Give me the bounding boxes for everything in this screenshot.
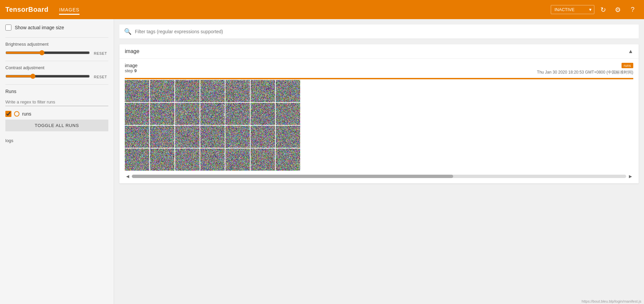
noise-grid-container (125, 80, 633, 171)
help-button[interactable]: ? (627, 4, 639, 16)
noise-cell (125, 103, 149, 125)
run-item-runs: runs (5, 111, 108, 117)
sidebar: Show actual image size Brightness adjust… (0, 19, 114, 304)
noise-cell (276, 126, 300, 148)
regex-filter-input[interactable] (5, 98, 108, 106)
noise-canvas (125, 148, 149, 171)
noise-cell (150, 80, 174, 102)
noise-cell (251, 103, 275, 125)
run-checkbox-runs[interactable] (5, 111, 11, 117)
noise-canvas (175, 126, 200, 148)
show-actual-size-row: Show actual image size (5, 25, 108, 31)
noise-cell (251, 126, 275, 148)
noise-canvas (150, 148, 174, 171)
noise-cell (225, 103, 250, 125)
noise-canvas (276, 126, 300, 148)
brightness-slider[interactable] (5, 50, 90, 55)
noise-canvas (200, 148, 225, 171)
contrast-label: Contrast adjustment (5, 65, 108, 70)
noise-canvas (276, 148, 300, 171)
noise-cell (175, 148, 200, 171)
noise-canvas (150, 126, 174, 148)
run-color-dot (14, 111, 19, 117)
image-timestamp: Thu Jan 30 2020 18:20:53 GMT+0800 (中国标准时… (537, 70, 633, 75)
status-dropdown[interactable]: INACTIVE ACTIVE (551, 5, 594, 14)
noise-canvas (251, 148, 275, 171)
contrast-slider[interactable] (5, 74, 90, 79)
refresh-button[interactable]: ↻ (597, 4, 609, 16)
app-header: TensorBoard IMAGES INACTIVE ACTIVE ▼ ↻ ⚙… (0, 0, 644, 19)
noise-canvas (251, 80, 275, 102)
runs-title: Runs (5, 89, 108, 94)
scroll-right-arrow[interactable]: ▶ (628, 173, 633, 179)
noise-canvas (251, 126, 275, 148)
settings-button[interactable]: ⚙ (612, 4, 624, 16)
noise-cell (150, 126, 174, 148)
noise-cell (276, 103, 300, 125)
noise-canvas (175, 148, 200, 171)
filter-bar: 🔍 (119, 25, 639, 39)
contrast-reset-button[interactable]: RESET (93, 74, 108, 80)
show-actual-size-checkbox[interactable] (5, 25, 11, 31)
toggle-all-runs-button[interactable]: TOGGLE ALL RUNS (5, 120, 108, 131)
noise-cell (200, 126, 225, 148)
status-bar: https://bout.bleu.blp/login/manifest.js (579, 299, 644, 304)
noise-cell (125, 148, 149, 171)
collapse-button[interactable]: ▲ (628, 48, 633, 54)
noise-canvas (175, 80, 200, 102)
noise-canvas (200, 126, 225, 148)
status-dropdown-wrapper: INACTIVE ACTIVE ▼ (551, 5, 594, 14)
header-right: INACTIVE ACTIVE ▼ ↻ ⚙ ? (551, 4, 639, 16)
noise-canvas (200, 80, 225, 102)
image-entry-title: image (125, 63, 138, 68)
noise-canvas (225, 80, 250, 102)
step-label: step (125, 68, 133, 73)
scroll-track[interactable] (132, 175, 626, 178)
runs-section: Runs runs TOGGLE ALL RUNS logs (5, 89, 108, 143)
noise-canvas (150, 103, 174, 125)
brightness-reset-button[interactable]: RESET (93, 51, 108, 56)
noise-cell (175, 103, 200, 125)
filter-input[interactable] (135, 29, 634, 34)
noise-canvas (125, 80, 149, 102)
brightness-slider-row: RESET (5, 50, 108, 57)
main-nav: IMAGES (59, 7, 79, 13)
brightness-section: Brightness adjustment RESET (5, 42, 108, 57)
contrast-slider-container (5, 74, 90, 80)
card-header: image ▲ (119, 44, 639, 59)
noise-cell (150, 103, 174, 125)
noise-cell (225, 126, 250, 148)
nav-images[interactable]: IMAGES (59, 7, 79, 15)
scroll-thumb (132, 175, 453, 178)
step-value: 9 (134, 68, 137, 73)
noise-cell (175, 126, 200, 148)
show-actual-size-label[interactable]: Show actual image size (15, 25, 64, 30)
noise-canvas (276, 80, 300, 102)
search-icon: 🔍 (124, 28, 131, 35)
image-entry-header: image step 9 runs Thu Jan 30 2020 18:20:… (125, 63, 633, 75)
image-entry-right: runs Thu Jan 30 2020 18:20:53 GMT+0800 (… (537, 63, 633, 75)
scrollbar-row: ◀ ▶ (125, 173, 633, 179)
noise-canvas (125, 126, 149, 148)
sidebar-divider-3 (5, 84, 108, 85)
noise-grid (125, 80, 299, 171)
image-entry: image step 9 runs Thu Jan 30 2020 18:20:… (119, 59, 639, 183)
scroll-left-arrow[interactable]: ◀ (125, 173, 130, 179)
main-content: 🔍 image ▲ image step 9 (114, 19, 644, 304)
logs-label: logs (5, 138, 108, 143)
app-logo: TensorBoard (5, 6, 48, 13)
noise-canvas (175, 103, 200, 125)
noise-canvas (225, 103, 250, 125)
noise-cell (200, 103, 225, 125)
noise-cell (251, 80, 275, 102)
runs-badge: runs (622, 63, 633, 68)
image-entry-left: image step 9 (125, 63, 138, 73)
noise-cell (125, 80, 149, 102)
noise-cell (175, 80, 200, 102)
contrast-section: Contrast adjustment RESET (5, 65, 108, 80)
noise-canvas (225, 126, 250, 148)
sidebar-divider-2 (5, 61, 108, 61)
sidebar-divider-1 (5, 37, 108, 38)
noise-cell (225, 148, 250, 171)
noise-cell (200, 148, 225, 171)
